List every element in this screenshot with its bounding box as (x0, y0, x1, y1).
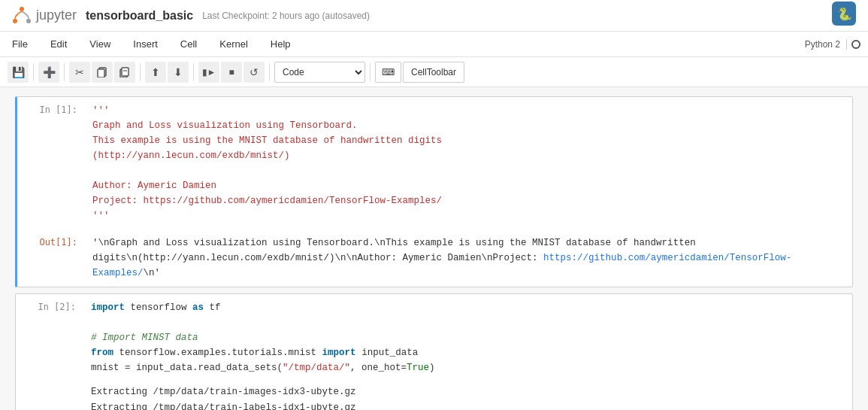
cell-type-dropdown[interactable]: Code Markdown Raw NBConvert Heading (274, 62, 365, 83)
cell-1-label-in: In [1]: (17, 97, 85, 229)
cell-1-code[interactable]: ''' Graph and Loss visualization using T… (85, 97, 852, 229)
cell-1-label-out: Out[1]: (17, 229, 85, 287)
copy-button[interactable] (92, 62, 113, 83)
kernel-status-circle (851, 40, 860, 49)
svg-text:🐍: 🐍 (837, 7, 852, 21)
jupyter-logo: jupyter (12, 6, 77, 26)
code-triple-quote-2: ''' (92, 211, 110, 221)
code-keyword-import: import (91, 302, 125, 313)
cell-2-label-in: In [2]: (16, 294, 83, 381)
cell-1-input-row: In [1]: ''' Graph and Loss visualization… (17, 97, 852, 229)
menu-cell[interactable]: Cell (176, 37, 201, 51)
menubar: File Edit View Insert Cell Kernel Help P… (0, 32, 868, 57)
menu-edit[interactable]: Edit (46, 37, 71, 51)
code-input-data: input_data (361, 348, 418, 358)
code-keyword-as: as (192, 302, 204, 313)
code-triple-quote-1: ''' (92, 105, 110, 116)
cell-divider-1 (15, 287, 853, 293)
code-docstring-4: Author: Aymeric Damien (92, 181, 216, 191)
code-tf-alias: tf (210, 302, 221, 313)
code-keyword-from: from (91, 348, 113, 358)
cell-1-output: '\nGraph and Loss visualization using Te… (85, 229, 852, 287)
code-keyword-import2: import (322, 348, 356, 358)
menu-help[interactable]: Help (266, 37, 295, 51)
notebook-area: In [1]: ''' Graph and Loss visualization… (0, 87, 868, 410)
save-button[interactable]: 💾 (8, 62, 29, 83)
cell-2-output-row: Extracting /tmp/data/train-images-idx3-u… (16, 381, 852, 410)
cell-2[interactable]: In [2]: import tensorflow as tf # Import… (15, 293, 853, 410)
python-icon: 🐍 (832, 2, 856, 26)
move-down-button[interactable]: ⬇ (168, 62, 189, 83)
jupyter-wordmark: jupyter (36, 8, 77, 23)
cell-1[interactable]: In [1]: ''' Graph and Loss visualization… (15, 96, 853, 287)
toolbar-separator-1 (33, 63, 34, 81)
cut-button[interactable]: ✂ (69, 62, 90, 83)
toolbar-separator-6 (370, 63, 370, 81)
copy-icon (97, 67, 107, 77)
code-from-module: tensorflow.examples.tutorials.mnist (119, 348, 317, 358)
cell-2-input-row: In [2]: import tensorflow as tf # Import… (16, 294, 852, 381)
cell-1-output-row: Out[1]: '\nGraph and Loss visualization … (17, 229, 852, 287)
svg-rect-6 (98, 69, 104, 77)
code-docstring-2: This example is using the MNIST database… (92, 135, 442, 146)
toolbar: 💾 ➕ ✂ ⬆ ⬇ ▮► ■ ↺ Code Markdown Raw NBCon… (0, 57, 868, 87)
toolbar-separator-2 (64, 63, 65, 81)
extracting-line-1: Extracting /tmp/data/train-images-idx3-u… (91, 384, 356, 400)
code-docstring-1: Graph and Loss visualization using Tenso… (92, 120, 358, 131)
output-link-1[interactable]: https://github.com/aymericdamien/TensorF… (92, 253, 791, 278)
menu-kernel[interactable]: Kernel (215, 37, 253, 51)
cell-toolbar-button[interactable]: CellToolbar (403, 62, 464, 83)
notebook-title[interactable]: tensorboard_basic (86, 9, 193, 23)
python-version-indicator: Python 2 (805, 39, 860, 50)
code-docstring-3: (http://yann.lecun.com/exdb/mnist/) (92, 150, 290, 161)
python-logo: 🐍 (832, 2, 856, 29)
checkpoint-text: Last Checkpoint: 2 hours ago (autosaved) (202, 11, 370, 21)
cell-2-code[interactable]: import tensorflow as tf # Import MINST d… (83, 294, 852, 381)
cell-2-extracting-output: Extracting /tmp/data/train-images-idx3-u… (83, 381, 364, 410)
paste-button[interactable] (114, 62, 135, 83)
header: jupyter tensorboard_basic Last Checkpoin… (0, 0, 868, 32)
paste-icon (119, 67, 130, 77)
code-mnist-assign: mnist = input_data.read_data_sets("/tmp/… (91, 363, 435, 373)
svg-point-0 (20, 7, 24, 11)
restart-button[interactable]: ↺ (243, 62, 265, 83)
code-docstring-5: Project: https://github.com/aymericdamie… (92, 196, 442, 206)
menu-view[interactable]: View (85, 37, 115, 51)
run-button[interactable]: ▮► (198, 62, 219, 83)
interrupt-button[interactable]: ■ (221, 62, 242, 83)
python-version-label: Python 2 (805, 39, 847, 50)
extracting-line-2: Extracting /tmp/data/train-labels-idx1-u… (91, 400, 356, 410)
code-tensorflow: tensorflow (131, 302, 187, 313)
jupyter-svg-icon (12, 6, 32, 26)
toolbar-separator-3 (140, 63, 141, 81)
keyboard-shortcuts-button[interactable]: ⌨ (375, 62, 401, 83)
svg-rect-8 (122, 68, 129, 76)
menu-insert[interactable]: Insert (129, 37, 162, 51)
add-cell-button[interactable]: ➕ (38, 62, 59, 83)
svg-point-2 (26, 19, 31, 23)
move-up-button[interactable]: ⬆ (145, 62, 166, 83)
toolbar-separator-5 (269, 63, 270, 81)
toolbar-separator-4 (193, 63, 194, 81)
cell-2-label-blank (16, 381, 83, 410)
jupyter-logo-icon (12, 6, 32, 26)
code-comment-import: # Import MINST data (91, 333, 198, 343)
svg-point-1 (13, 19, 17, 23)
menu-file[interactable]: File (8, 37, 32, 51)
